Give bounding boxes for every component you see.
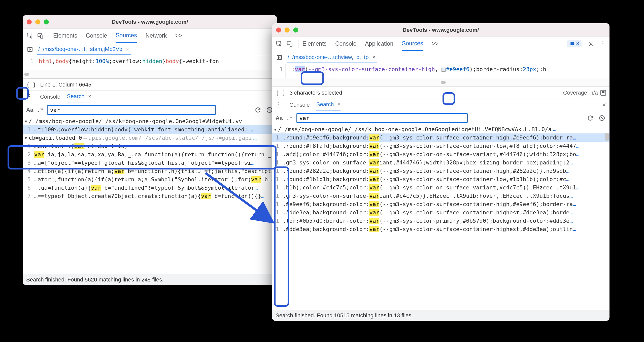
code-editor[interactable]: 1 :var(--gm3-sys-color-surface-container… [272, 64, 609, 78]
vertical-scroll-thumb[interactable] [605, 133, 609, 141]
drawer-menu-icon[interactable]: ⋮ [276, 101, 281, 109]
search-results[interactable]: ▼/_/mss/boq-one-google/_/ss/k=boq-one-go… [23, 117, 277, 274]
tab-network[interactable]: Network [146, 29, 167, 42]
drawer-tab-search[interactable]: Search × [316, 99, 341, 110]
settings-gear-icon[interactable] [587, 39, 596, 48]
open-file-tab[interactable]: /_/mss/boq-one-…t,_stam,jMb2Vb × [37, 43, 131, 55]
search-result-row[interactable]: 1.round:#282a2c;background:var(--gm3-sys… [272, 167, 609, 175]
search-result-row[interactable]: 1.gm3-sys-color-on-surface-variant,#4447… [272, 158, 609, 167]
tab-elements[interactable]: Elements [302, 37, 327, 50]
result-file-header[interactable]: ▼/_/mss/boq-one-google/_/ss/k=boq-one-go… [23, 117, 277, 125]
tab-sources[interactable]: Sources [116, 29, 137, 43]
tab-console[interactable]: Console [335, 37, 356, 50]
regex-toggle[interactable]: .* [286, 115, 293, 121]
drawer-tab-search[interactable]: Search × [67, 91, 91, 102]
search-result-row[interactable]: 1…t:100%;overflow:hidden}body{-webkit-fo… [23, 125, 277, 134]
search-result-row[interactable]: 5…ator",function(a){if(a)return a;a=Symb… [23, 175, 277, 184]
pretty-print-icon[interactable]: { } [26, 81, 36, 88]
pretty-print-icon[interactable]: { } [276, 90, 286, 96]
result-file-header[interactable]: ▼cb=gapi.loaded_0 — apis.google.com/_/sc… [23, 134, 277, 142]
regex-toggle[interactable]: .* [37, 107, 44, 113]
close-drawer-tab-icon[interactable]: × [88, 93, 91, 99]
code-line[interactable]: html,body{height:100%;overflow:hidden}bo… [36, 56, 221, 70]
inspect-element-icon[interactable] [25, 31, 34, 40]
horizontal-scrollbar[interactable] [23, 70, 277, 79]
match-case-toggle[interactable]: Aa [276, 115, 283, 121]
search-result-row[interactable]: 1.round:#e9eef6;background:var(--gm3-sys… [272, 133, 609, 142]
drawer-tab-console[interactable]: Console [289, 100, 310, 110]
scroll-thumb[interactable] [24, 73, 29, 76]
device-toolbar-icon[interactable] [36, 31, 45, 40]
coverage-icon[interactable] [600, 90, 606, 96]
color-swatch-icon[interactable] [442, 68, 446, 72]
close-drawer-icon[interactable]: × [602, 101, 606, 109]
file-tab-label: /_/mss/boq-one-…t,_stam,jMb2Vb [38, 46, 122, 52]
code-editor[interactable]: 1 html,body{height:100%;overflow:hidden}… [23, 56, 277, 70]
disclosure-triangle-icon[interactable]: ▼ [25, 119, 27, 124]
close-file-tab-icon[interactable]: × [371, 54, 377, 61]
result-file-source: apis.google.com/_/scs/abc-static/_/js/k=… [88, 135, 252, 141]
clear-search-icon[interactable] [598, 114, 606, 122]
more-tabs-icon[interactable]: >> [432, 40, 438, 47]
search-result-row[interactable]: 3…a=["object"==typeof globalThis&&global… [23, 159, 277, 167]
minimize-window-button[interactable] [35, 19, 40, 24]
open-file-tab[interactable]: /_/mss/boq-one-…uthview,_b,_tp × [287, 51, 377, 63]
svg-rect-9 [277, 55, 282, 60]
close-window-button[interactable] [27, 19, 32, 24]
match-case-toggle[interactable]: Aa [26, 107, 33, 113]
navigator-toggle-icon[interactable] [276, 54, 283, 61]
result-line-number: 1 [272, 184, 283, 191]
horizontal-scrollbar[interactable] [272, 78, 609, 87]
disclosure-triangle-icon[interactable]: ▼ [25, 136, 27, 140]
search-result-row[interactable]: 1.round:#f8fafd;background:var(--gm3-sys… [272, 142, 609, 150]
svg-rect-2 [41, 35, 43, 38]
navigator-toggle-icon[interactable] [26, 46, 34, 53]
titlebar[interactable]: DevTools - www.google.com/ [272, 23, 609, 37]
code-line[interactable]: :var(--gm3-sys-color-surface-container-h… [286, 64, 549, 78]
inspect-element-icon[interactable] [275, 39, 284, 48]
result-line-text: .round:#e9eef6;background:var(--gm3-sys-… [283, 134, 576, 141]
close-file-tab-icon[interactable]: × [125, 46, 130, 52]
search-result-row[interactable]: 1.#dde3ea;background-color:var(--gm3-sys… [272, 225, 609, 233]
search-input[interactable] [47, 105, 216, 115]
search-result-row[interactable]: 6_.ua=function(a){var b="undefined"!=typ… [23, 184, 277, 192]
more-tabs-icon[interactable]: >> [175, 32, 182, 39]
disclosure-triangle-icon[interactable]: ▼ [274, 127, 277, 132]
main-menu-icon[interactable]: ⋮ [600, 40, 605, 48]
search-input[interactable] [296, 113, 468, 123]
titlebar[interactable]: DevTools - www.google.com/ [23, 15, 277, 29]
result-line-text: .round:#f8fafd;background:var(--gm3-sys-… [283, 143, 580, 149]
result-line-text: …==typeof Object.create?Object.create:fu… [34, 193, 264, 199]
tab-application[interactable]: Application [365, 37, 393, 50]
zoom-window-button[interactable] [44, 19, 49, 24]
search-result-row[interactable]: 1.gm3-sys-color-on-surface-variant,#c4c7… [272, 192, 609, 200]
result-line-number: 1 [272, 201, 283, 207]
tab-console[interactable]: Console [86, 29, 107, 42]
search-result-row[interactable]: 1.round:#1b1b1b;background:var(--gm3-sys… [272, 175, 609, 183]
tab-elements[interactable]: Elements [53, 29, 77, 42]
search-result-row[interactable]: 1.#dde3ea;background-color:var(--gm3-sys… [272, 208, 609, 217]
scroll-thumb[interactable] [441, 81, 446, 84]
close-drawer-tab-icon[interactable]: × [337, 101, 341, 107]
search-result-row[interactable]: 1.afd);color:#444746;color:var(--gm3-sys… [272, 150, 609, 158]
issues-badge[interactable]: 8 [567, 40, 582, 47]
device-toolbar-icon[interactable] [285, 39, 294, 48]
close-window-button[interactable] [276, 27, 281, 33]
drawer-tab-console[interactable]: Console [40, 92, 60, 102]
main-toolbar: Elements Console Application Sources >> … [272, 37, 609, 51]
search-result-row[interactable]: 1.#e9eef6;background-color:var(--gm3-sys… [272, 200, 609, 208]
search-result-row[interactable]: 2var ia,ja,la,sa,ta,xa,ya,Ba;_.ca=functi… [23, 150, 277, 159]
drawer-menu-icon[interactable]: ⋮ [26, 93, 32, 101]
search-result-row[interactable]: 1…unction(_){var window=this; [23, 142, 277, 150]
refresh-search-icon[interactable] [586, 114, 594, 122]
minimize-window-button[interactable] [285, 27, 290, 33]
tab-sources[interactable]: Sources [402, 37, 423, 51]
search-result-row[interactable]: 7…==typeof Object.create?Object.create:f… [23, 192, 277, 200]
search-result-row[interactable]: 1.lor:#0b57d0;border-color:var(--gm3-sys… [272, 217, 609, 225]
search-results[interactable]: ▼/_/mss/boq-one-google/_/ss/k=boq-one-go… [272, 125, 609, 310]
refresh-search-icon[interactable] [254, 106, 262, 114]
search-result-row[interactable]: 4…ction(a){if(a)return a;var b=function(… [23, 167, 277, 175]
result-file-header[interactable]: ▼/_/mss/boq-one-google/_/ss/k=boq-one-go… [272, 125, 609, 133]
search-result-row[interactable]: 1.b1b);color:#c4c7c5;color:var(--gm3-sys… [272, 183, 609, 192]
zoom-window-button[interactable] [293, 27, 298, 33]
